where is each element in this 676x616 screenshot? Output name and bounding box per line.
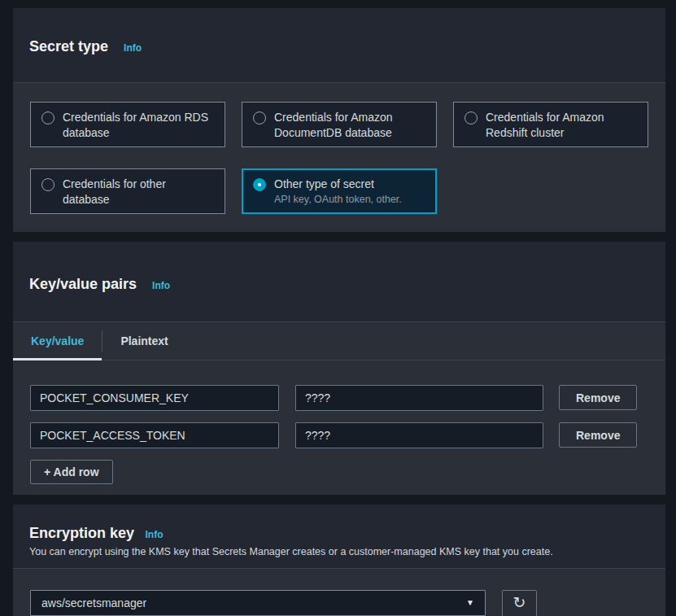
radio-unselected-icon[interactable]	[41, 111, 55, 125]
secret-type-options: Credentials for Amazon RDS database Cred…	[13, 83, 665, 232]
key-value-row: Remove	[30, 422, 648, 448]
radio-unselected-icon[interactable]	[464, 111, 478, 125]
kms-key-select[interactable]: aws/secretsmanager ▼	[30, 590, 486, 616]
key-value-tabs: Key/value Plaintext	[13, 322, 665, 360]
chevron-down-icon: ▼	[466, 599, 474, 607]
option-label: Credentials for Amazon DocumentDB databa…	[274, 110, 425, 141]
radio-selected-icon[interactable]	[253, 178, 266, 191]
encryption-key-info-link[interactable]: Info	[146, 529, 164, 540]
tab-key-value[interactable]: Key/value	[13, 322, 102, 360]
page: Secret type Info Credentials for Amazon …	[0, 0, 676, 616]
remove-row-button[interactable]: Remove	[559, 422, 637, 448]
option-documentdb-database[interactable]: Credentials for Amazon DocumentDB databa…	[242, 102, 437, 147]
option-label: Other type of secret	[274, 177, 402, 192]
option-rds-database[interactable]: Credentials for Amazon RDS database	[30, 102, 225, 147]
encryption-key-description: You can encrypt using the KMS key that S…	[29, 546, 649, 558]
secret-type-info-link[interactable]: Info	[124, 42, 142, 54]
refresh-icon: ↻	[513, 595, 526, 610]
secret-type-title: Secret type	[29, 37, 108, 55]
key-input[interactable]	[30, 385, 279, 411]
key-value-pairs-info-link[interactable]: Info	[152, 280, 170, 291]
key-value-row: Remove	[30, 385, 648, 411]
value-input[interactable]	[295, 385, 543, 411]
key-value-pairs-card: Key/value pairs Info Key/value Plaintext…	[13, 242, 665, 495]
secret-type-header: Secret type Info	[13, 8, 665, 83]
encryption-key-header: Encryption key Info You can encrypt usin…	[13, 505, 665, 569]
option-redshift-cluster[interactable]: Credentials for Amazon Redshift cluster	[453, 102, 648, 147]
option-label: Credentials for Amazon RDS database	[63, 110, 214, 141]
refresh-keys-button[interactable]: ↻	[502, 590, 537, 616]
encryption-key-body: aws/secretsmanager ▼ ↻ Add new key	[13, 569, 665, 616]
remove-row-button[interactable]: Remove	[559, 385, 637, 410]
key-value-pairs-header: Key/value pairs Info	[13, 242, 665, 322]
option-description: API key, OAuth token, other.	[274, 193, 402, 207]
option-label: Credentials for other database	[63, 177, 214, 208]
option-text-group: Other type of secret API key, OAuth toke…	[274, 177, 402, 207]
tab-plaintext[interactable]: Plaintext	[102, 322, 185, 360]
radio-unselected-icon[interactable]	[41, 178, 55, 191]
encryption-key-card: Encryption key Info You can encrypt usin…	[13, 505, 665, 616]
key-value-pairs-title: Key/value pairs	[29, 275, 137, 293]
secret-type-card: Secret type Info Credentials for Amazon …	[13, 8, 665, 232]
kms-key-selected-value: aws/secretsmanager	[41, 596, 146, 609]
add-row-button[interactable]: + Add row	[30, 460, 113, 484]
radio-unselected-icon[interactable]	[253, 111, 266, 125]
option-other-type-of-secret[interactable]: Other type of secret API key, OAuth toke…	[242, 168, 437, 214]
key-value-rows: Remove Remove + Add row	[13, 360, 665, 495]
encryption-key-row: aws/secretsmanager ▼ ↻	[30, 590, 648, 616]
key-input[interactable]	[30, 422, 279, 448]
encryption-key-title: Encryption key	[29, 525, 134, 541]
option-other-database[interactable]: Credentials for other database	[30, 168, 225, 214]
value-input[interactable]	[295, 422, 543, 448]
option-label: Credentials for Amazon Redshift cluster	[486, 110, 637, 141]
